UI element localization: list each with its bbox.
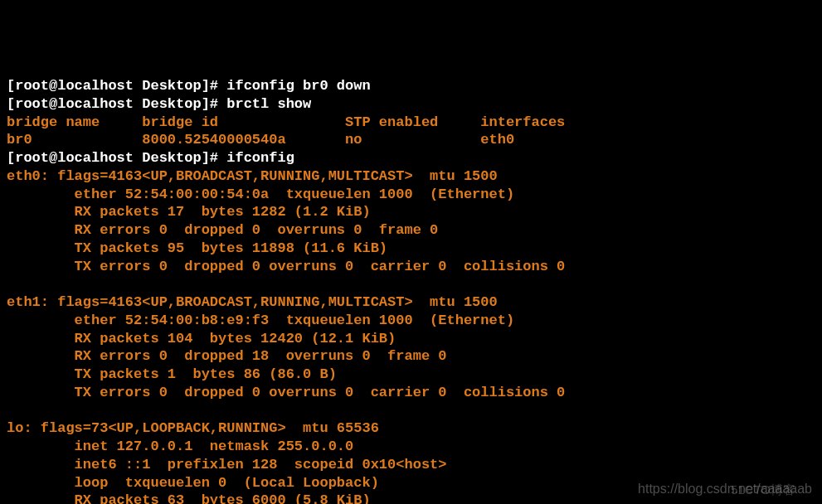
ifconfig-lo-line: inet6 ::1 prefixlen 128 scopeid 0x10<hos… [7, 457, 447, 472]
brctl-row: br0 8000.52540000540a no eth0 [7, 132, 514, 148]
ifconfig-eth0-line: TX errors 0 dropped 0 overruns 0 carrier… [7, 259, 565, 274]
watermark-text: https://blog.csdn.net/aaaaaab [638, 481, 812, 497]
ifconfig-eth1-line: TX packets 1 bytes 86 (86.0 B) [7, 366, 337, 382]
ifconfig-eth1-line: TX errors 0 dropped 0 overruns 0 carrier… [7, 385, 565, 400]
ifconfig-lo-line: RX packets 63 bytes 6000 (5.8 KiB) [7, 492, 371, 504]
shell-command: ifconfig br0 down [226, 78, 370, 94]
ifconfig-eth0-line: eth0: flags=4163<UP,BROADCAST,RUNNING,MU… [7, 168, 498, 184]
brctl-header: bridge name bridge id STP enabled interf… [7, 114, 565, 130]
shell-prompt: [root@localhost Desktop]# [7, 78, 226, 94]
ifconfig-eth1-line: eth1: flags=4163<UP,BROADCAST,RUNNING,MU… [7, 294, 498, 310]
terminal-output: [root@localhost Desktop]# ifconfig br0 d… [7, 77, 815, 504]
ifconfig-eth1-line: RX packets 104 bytes 12420 (12.1 KiB) [7, 331, 396, 346]
shell-command: brctl show [226, 96, 311, 112]
ifconfig-eth0-line: TX packets 95 bytes 11898 (11.6 KiB) [7, 240, 387, 256]
ifconfig-eth1-line: ether 52:54:00:b8:e9:f3 txqueuelen 1000 … [7, 313, 514, 328]
ifconfig-eth1-line: RX errors 0 dropped 18 overruns 0 frame … [7, 348, 447, 364]
ifconfig-lo-line: loop txqueuelen 0 (Local Loopback) [7, 475, 379, 491]
ifconfig-lo-line: lo: flags=73<UP,LOOPBACK,RUNNING> mtu 65… [7, 420, 379, 436]
ifconfig-eth0-line: RX errors 0 dropped 0 overruns 0 frame 0 [7, 222, 438, 238]
ifconfig-eth0-line: RX packets 17 bytes 1282 (1.2 KiB) [7, 204, 371, 220]
ifconfig-lo-line: inet 127.0.0.1 netmask 255.0.0.0 [7, 439, 353, 454]
ifconfig-eth0-line: ether 52:54:00:00:54:0a txqueuelen 1000 … [7, 187, 514, 202]
shell-prompt: [root@localhost Desktop]# [7, 150, 226, 166]
shell-command: ifconfig [226, 150, 294, 166]
shell-prompt: [root@localhost Desktop]# [7, 96, 226, 112]
